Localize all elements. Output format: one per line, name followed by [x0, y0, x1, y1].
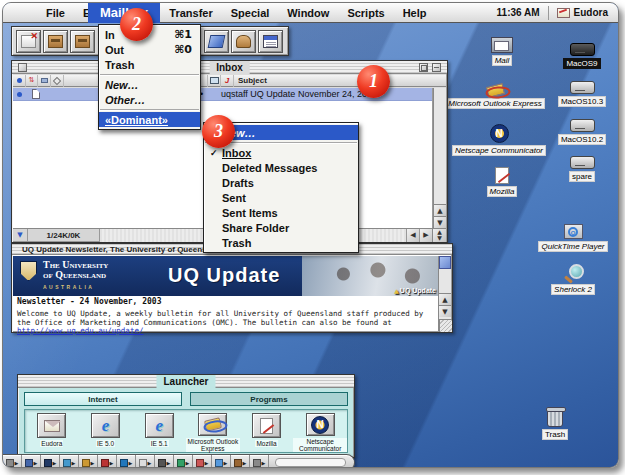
monitor-depth-module-icon[interactable]: ▶: [41, 455, 60, 468]
in-mailbox-button[interactable]: [43, 30, 68, 53]
scrollbar-thumb[interactable]: [439, 256, 451, 269]
desktop-pattern-module-icon[interactable]: ▶: [136, 455, 155, 468]
schedule-button[interactable]: [258, 30, 283, 53]
menu-item-share-folder[interactable]: Share Folder: [204, 220, 358, 235]
trash-icon: [547, 409, 563, 427]
apple-menu-icon[interactable]: [15, 6, 27, 19]
desktop-icon-macos10-3[interactable]: MacOS10.3: [547, 81, 617, 107]
status-dot-icon: [17, 78, 22, 83]
menu-window[interactable]: Window: [278, 3, 338, 23]
clock-module-icon[interactable]: ▶: [22, 455, 41, 468]
launcher-item-netscape-communicator[interactable]: NNetscape Communicator: [293, 410, 347, 452]
newsletter-link[interactable]: http://www.uq.edu.au/update/: [17, 326, 143, 335]
keychain-module-icon[interactable]: ▶: [79, 455, 98, 468]
scroll-left-icon[interactable]: ◀: [406, 229, 419, 242]
application-menu[interactable]: Eudora: [549, 7, 618, 18]
printer-module-icon[interactable]: ▶: [155, 455, 174, 468]
web-module-icon[interactable]: ▶: [174, 455, 193, 468]
menu-item--dominant-[interactable]: «Dominant»: [99, 112, 200, 127]
menu-item-new-[interactable]: New…: [99, 77, 200, 92]
desktop-icon-quicktime-player[interactable]: QQuickTime Player: [538, 224, 608, 252]
menu-edit[interactable]: Edit: [74, 3, 88, 23]
close-box-icon[interactable]: [18, 63, 27, 72]
eudora-icon[interactable]: [37, 413, 66, 438]
energy-module-icon[interactable]: ▶: [193, 455, 212, 468]
sherlock-icon: [564, 264, 582, 282]
desktop-icon-sherlock-2[interactable]: Sherlock 2: [538, 264, 608, 295]
window-module-icon[interactable]: ▶: [3, 455, 22, 468]
out-mailbox-button[interactable]: [70, 30, 95, 53]
desktop-icon-spare[interactable]: spare: [547, 156, 617, 182]
menu-item-out[interactable]: Out⌘0: [99, 42, 200, 57]
ie-icon[interactable]: e: [91, 413, 120, 438]
menu-item-sent-items[interactable]: Sent Items: [204, 205, 358, 220]
message-window: UQ Update Newsletter, The University of …: [11, 243, 453, 333]
file-sharing-module-icon[interactable]: ▶: [60, 455, 79, 468]
launcher-title-bar[interactable]: Launcher: [18, 375, 354, 388]
unread-dot-icon: [17, 92, 22, 97]
desktop-icon-trash[interactable]: Trash: [520, 409, 590, 440]
menu-item-deleted-messages[interactable]: Deleted Messages: [204, 160, 358, 175]
zoom-box-icon[interactable]: [419, 63, 428, 72]
flag-icon: J: [225, 76, 229, 85]
control-strip-handle[interactable]: [275, 458, 346, 467]
directory-button[interactable]: [231, 30, 256, 53]
tv-module-icon[interactable]: ▶: [117, 455, 136, 468]
address-book-button[interactable]: [204, 30, 229, 53]
launcher-item-mozilla[interactable]: Mozilla: [240, 410, 294, 452]
launcher-tab-internet[interactable]: Internet: [24, 392, 182, 406]
menu-file[interactable]: File: [37, 3, 74, 23]
resize-grip-icon[interactable]: [439, 319, 452, 332]
launcher-item-ie-5-1[interactable]: eIE 5.1: [132, 410, 186, 452]
scroll-up-icon[interactable]: ▲: [434, 204, 446, 216]
active-app-name: Eudora: [574, 7, 608, 18]
sound-volume-module-icon[interactable]: ▶: [212, 455, 231, 468]
launcher-item-eudora[interactable]: Eudora: [25, 410, 79, 452]
menu-item-trash[interactable]: Trash: [99, 57, 200, 72]
menu-item-drafts[interactable]: Drafts: [204, 175, 358, 190]
menu-item-other-[interactable]: Other…: [99, 92, 200, 107]
desktop-icon-label: spare: [569, 171, 595, 182]
menu-special[interactable]: Special: [222, 3, 279, 23]
date-module-icon[interactable]: ▶: [98, 455, 117, 468]
menu-item-trash[interactable]: Trash: [204, 235, 358, 250]
desktop-icon-label: Microsoft Outlook Express: [445, 98, 544, 109]
desktop-icon-macos9[interactable]: MacOS9: [547, 43, 617, 69]
scroll-up-icon[interactable]: ▲: [439, 293, 451, 305]
vertical-scrollbar[interactable]: ▲ ▼: [433, 88, 446, 228]
desktop-icon-mozilla[interactable]: Mozilla: [467, 167, 537, 197]
control-strip[interactable]: ▶▶▶▶▶▶▶▶▶▶▶▶▶▶: [3, 454, 355, 468]
launcher-item-microsoft-outlook-express[interactable]: Microsoft Outlook Express: [186, 410, 240, 452]
desktop-icon-netscape-communicator[interactable]: NNetscape Communicator: [464, 124, 534, 156]
uq-update-banner: The University of Queensland AUSTRALIA U…: [13, 256, 440, 296]
oe-icon[interactable]: [198, 413, 227, 436]
collapse-box-icon[interactable]: [432, 63, 441, 72]
split-pane-icon[interactable]: ▲▼: [432, 229, 446, 242]
server-module-icon[interactable]: ▶: [250, 455, 269, 468]
microphone-module-icon[interactable]: ▶: [231, 455, 250, 468]
desktop-icon-microsoft-outlook-express[interactable]: Microsoft Outlook Express: [460, 85, 530, 109]
annotation-balloon-1: 1: [357, 65, 390, 98]
mozilla-icon[interactable]: [252, 413, 281, 438]
scroll-right-icon[interactable]: ▶: [419, 229, 432, 242]
menu-help[interactable]: Help: [394, 3, 436, 23]
qt-icon: Q: [564, 224, 583, 239]
desktop-icon-macos10-2[interactable]: MacOS10.2: [547, 119, 617, 145]
mailbox-size-popup[interactable]: ▼: [13, 229, 28, 242]
netscape-icon[interactable]: N: [306, 413, 335, 436]
ie-icon[interactable]: e: [145, 413, 174, 438]
subject-column-header[interactable]: Subject: [234, 76, 267, 85]
desktop-icon-mail[interactable]: Mail: [467, 37, 537, 66]
launcher-tab-programs[interactable]: Programs: [190, 392, 348, 406]
scroll-down-icon[interactable]: ▼: [434, 216, 446, 228]
menu-item-inbox[interactable]: ✓Inbox: [204, 145, 358, 160]
message-subject: uqstaff UQ Update November 24, 2003: [208, 89, 377, 99]
scroll-down-icon[interactable]: ▼: [439, 305, 451, 317]
menu-item-sent[interactable]: Sent: [204, 190, 358, 205]
mail-icon: [491, 37, 513, 53]
trash-message-button[interactable]: [16, 30, 41, 53]
desktop-icon-label: QuickTime Player: [538, 241, 607, 252]
launcher-item-ie-5-0[interactable]: eIE 5.0: [79, 410, 133, 452]
menu-transfer[interactable]: Transfer: [160, 3, 221, 23]
menu-scripts[interactable]: Scripts: [338, 3, 393, 23]
